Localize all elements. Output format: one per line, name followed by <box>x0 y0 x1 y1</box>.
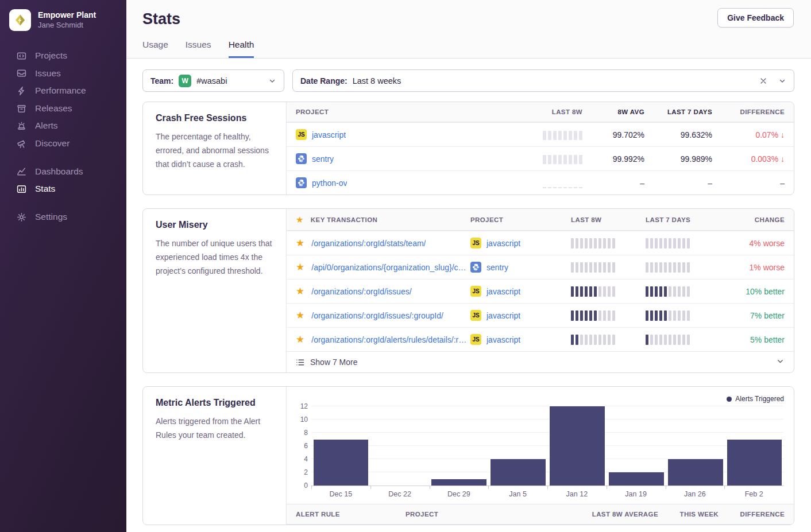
transaction-link[interactable]: /organizations/:orgId/alerts/rules/detai… <box>311 335 470 344</box>
settings-gear-icon <box>16 212 26 222</box>
y-tick-label: 4 <box>295 455 308 463</box>
sidebar-item-performance[interactable]: Performance <box>0 82 126 100</box>
spark-segment <box>682 262 685 273</box>
sidebar-item-releases[interactable]: Releases <box>0 100 126 118</box>
metric-alerts-panel: Metric Alerts Triggered Alerts triggered… <box>142 386 794 525</box>
key-transaction-star-icon[interactable]: ★ <box>296 335 304 344</box>
transaction-link[interactable]: /api/0/organizations/{organization_slug}… <box>311 263 470 272</box>
spark-segment <box>673 262 676 273</box>
transaction-link[interactable]: /organizations/:orgId/issues/:groupId/ <box>311 311 443 320</box>
alerts-icon <box>16 121 26 131</box>
table-row: JS javascript 99.702% 99.632% 0.07% ↓ <box>287 122 794 146</box>
table-row: sentry 99.992% 99.989% 0.003% ↓ <box>287 146 794 170</box>
give-feedback-button[interactable]: Give Feedback <box>717 8 794 28</box>
table-header: Project Last 8W 8W Avg Last 7 Days Diffe… <box>287 102 794 122</box>
chart-bar[interactable] <box>491 459 546 486</box>
javascript-icon: JS <box>296 129 307 140</box>
sidebar-item-dashboards[interactable]: Dashboards <box>0 163 126 181</box>
dashboards-icon <box>16 166 26 177</box>
spark-segment <box>576 286 578 297</box>
list-icon <box>296 358 304 367</box>
tab-usage[interactable]: Usage <box>142 40 168 58</box>
sidebar-item-settings[interactable]: Settings <box>0 208 126 226</box>
gridline <box>311 406 784 406</box>
difference-value: – <box>712 178 785 188</box>
project-link[interactable]: javascript <box>312 130 346 139</box>
releases-icon <box>16 103 26 114</box>
org-switcher[interactable]: Empower Plant Jane Schmidt <box>0 0 126 39</box>
spark-segment <box>682 310 685 321</box>
spark-segment <box>678 262 681 273</box>
spark-segment <box>646 262 648 273</box>
issues-icon <box>16 68 26 79</box>
x-tick-label: Jan 12 <box>547 486 607 504</box>
spark-segment <box>655 238 658 248</box>
spark-segment <box>673 335 676 345</box>
column-change: Change <box>720 216 785 223</box>
column-last-8w-average: Last 8W Average <box>552 511 658 518</box>
sparkline <box>543 154 582 164</box>
key-transaction-star-icon[interactable]: ★ <box>296 310 304 320</box>
chart-bar[interactable] <box>727 440 782 486</box>
x-tick-label: Jan 19 <box>607 486 666 504</box>
spark-segment <box>569 131 572 140</box>
sidebar-item-label: Releases <box>35 103 72 114</box>
spark-segment <box>608 286 611 297</box>
chart-bar[interactable] <box>668 459 723 486</box>
chart-plot-area: 024681012 <box>311 407 784 486</box>
spark-segment <box>603 238 606 248</box>
y-tick-label: 6 <box>295 442 308 450</box>
sidebar-item-issues[interactable]: Issues <box>0 65 126 83</box>
spark-segment <box>687 238 690 248</box>
x-tick-label: Jan 5 <box>488 486 547 504</box>
chart-bar[interactable] <box>609 472 664 486</box>
table-row: ★/organizations/:orgId/stats/team/ JSjav… <box>287 231 794 255</box>
sidebar-item-label: Discover <box>35 138 69 149</box>
project-link[interactable]: sentry <box>486 263 508 272</box>
team-value: #wasabi <box>196 76 227 86</box>
transaction-link[interactable]: /organizations/:orgId/issues/ <box>311 287 411 296</box>
x-tick-label: Dec 22 <box>370 486 430 504</box>
spark-segment <box>664 335 667 345</box>
chart-bar[interactable] <box>550 406 605 486</box>
clear-date-icon[interactable] <box>759 77 767 85</box>
key-transaction-star-icon[interactable]: ★ <box>296 286 304 296</box>
key-transaction-star-icon[interactable]: ★ <box>296 238 304 248</box>
spark-segment <box>585 238 588 248</box>
spark-segment <box>576 262 578 273</box>
sidebar-item-projects[interactable]: Projects <box>0 47 126 65</box>
chart-bar[interactable] <box>314 440 369 486</box>
date-range-select[interactable]: Date Range: Last 8 weeks <box>292 69 794 92</box>
project-link[interactable]: sentry <box>312 154 334 164</box>
key-transaction-star-icon[interactable]: ★ <box>296 262 304 272</box>
tab-health[interactable]: Health <box>229 40 254 58</box>
team-select[interactable]: Team: W #wasabi <box>142 69 284 92</box>
show-more-button[interactable]: Show 7 More <box>287 351 794 372</box>
chart-legend[interactable]: Alerts Triggered <box>296 394 784 403</box>
score-bar <box>646 286 690 297</box>
sidebar-item-alerts[interactable]: Alerts <box>0 117 126 135</box>
project-link[interactable]: javascript <box>486 287 520 296</box>
page-title: Stats <box>142 8 180 28</box>
project-link[interactable]: javascript <box>486 239 520 248</box>
project-link[interactable]: python-ov <box>312 178 347 188</box>
tab-bar: Usage Issues Health <box>142 40 794 58</box>
change-value: 4% worse <box>720 239 785 248</box>
spark-segment <box>646 310 648 321</box>
last-7d-value: 99.989% <box>644 154 712 164</box>
spark-segment <box>548 155 551 164</box>
sidebar-item-stats[interactable]: Stats <box>0 180 126 198</box>
column-difference: Difference <box>719 511 785 518</box>
project-link[interactable]: javascript <box>486 311 520 320</box>
project-link[interactable]: javascript <box>486 335 520 344</box>
tab-issues[interactable]: Issues <box>186 40 211 58</box>
org-logo <box>9 9 31 31</box>
spark-segment <box>659 262 662 273</box>
transaction-link[interactable]: /organizations/:orgId/stats/team/ <box>311 239 426 248</box>
spark-segment <box>585 335 588 345</box>
crash-free-sessions-panel: Crash Free Sessions The percentage of he… <box>142 102 794 195</box>
filter-bar: Team: W #wasabi Date Range: Last 8 weeks <box>142 69 794 92</box>
chart-bar[interactable] <box>431 479 486 486</box>
sidebar-item-discover[interactable]: Discover <box>0 135 126 153</box>
y-tick-label: 8 <box>295 429 308 437</box>
